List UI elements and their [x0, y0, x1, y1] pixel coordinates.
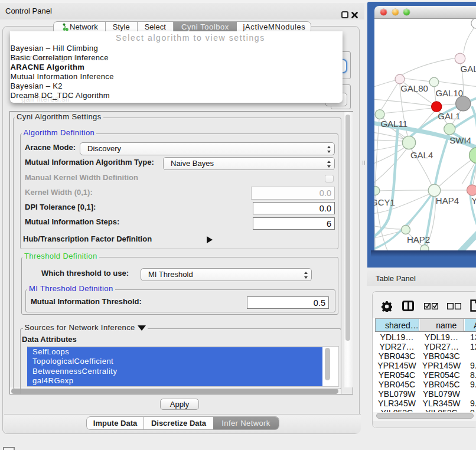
svg-text:GCY1: GCY1	[374, 197, 395, 207]
svg-text:GAL80: GAL80	[461, 64, 476, 74]
svg-text:HAP4: HAP4	[436, 195, 459, 206]
svg-text:Y: Y	[471, 195, 476, 206]
svg-text:GAL80: GAL80	[400, 83, 428, 93]
svg-text:HAP2: HAP2	[407, 234, 430, 244]
svg-text:GAL11: GAL11	[380, 119, 407, 129]
svg-text:SWI4: SWI4	[449, 135, 471, 145]
svg-text:GAL10: GAL10	[435, 88, 463, 98]
svg-text:GAL4: GAL4	[410, 150, 433, 160]
svg-text:GAL1: GAL1	[438, 111, 460, 121]
